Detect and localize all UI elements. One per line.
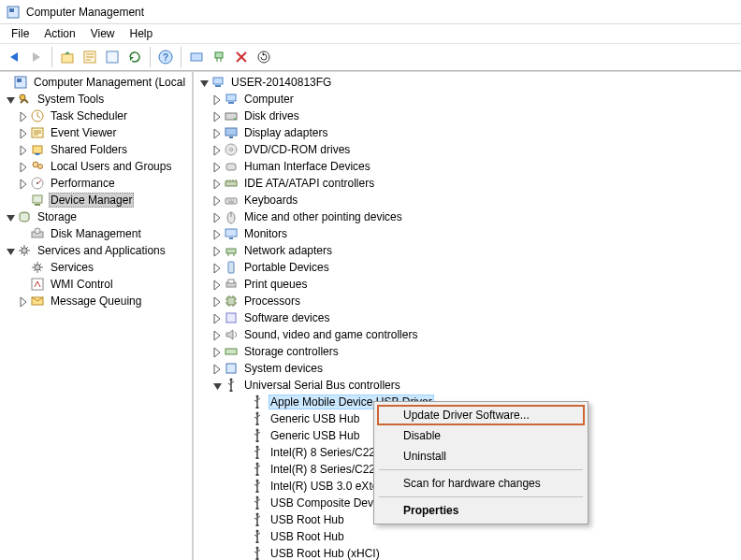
tree-category-print[interactable]: Print queues: [194, 276, 741, 293]
tree-device-usb-root-hub[interactable]: USB Root Hub: [194, 528, 741, 545]
tree-label: Human Interface Devices: [242, 160, 372, 173]
expand-caret-icon[interactable]: [211, 278, 224, 291]
tree-category-net[interactable]: Network adapters: [194, 242, 741, 259]
tree-label: Task Scheduler: [49, 109, 129, 122]
tree-task-scheduler[interactable]: Task Scheduler: [0, 108, 192, 124]
update-driver-button[interactable]: [254, 47, 274, 67]
usb-icon: [250, 411, 265, 426]
expand-caret-icon[interactable]: [211, 160, 224, 173]
expand-caret-icon[interactable]: [211, 194, 224, 207]
tree-category-disk-drives[interactable]: Disk drives: [194, 108, 741, 124]
tree-category-portable[interactable]: Portable Devices: [194, 259, 741, 276]
device-tree[interactable]: USER-20140813FG Computer Disk drives Dis…: [194, 72, 741, 560]
expand-caret-icon[interactable]: [211, 210, 224, 223]
console-tree[interactable]: Computer Management (Local System Tools …: [0, 72, 194, 560]
tree-category-display[interactable]: Display adapters: [194, 124, 741, 141]
tree-category-ide[interactable]: IDE ATA/ATAPI controllers: [194, 175, 741, 192]
tree-storage[interactable]: Storage: [0, 208, 192, 225]
ctx-scan[interactable]: Scan for hardware changes: [377, 473, 585, 494]
tree-wmi[interactable]: WMI Control: [0, 276, 192, 293]
ctx-disable[interactable]: Disable: [377, 425, 585, 446]
tree-label: Portable Devices: [242, 261, 331, 274]
expand-caret-icon[interactable]: [211, 93, 224, 106]
refresh-button[interactable]: [124, 47, 145, 67]
usb-icon: [250, 395, 265, 409]
tree-category-system-devices[interactable]: System devices: [194, 360, 741, 377]
tree-category-computer[interactable]: Computer: [194, 91, 741, 108]
expand-caret-icon[interactable]: [211, 244, 224, 257]
help-button[interactable]: [155, 47, 176, 67]
tree-label: Processors: [242, 294, 302, 308]
scan-hardware-button[interactable]: [209, 47, 229, 67]
net-icon: [224, 243, 239, 258]
expand-caret-icon[interactable]: [211, 261, 224, 274]
show-hide-tree-button[interactable]: [80, 47, 100, 67]
tree-category-storage-ctrl[interactable]: Storage controllers: [194, 343, 741, 360]
view-devices-button[interactable]: [186, 47, 207, 67]
forward-button[interactable]: [26, 47, 47, 67]
tree-category-software[interactable]: Software devices: [194, 309, 741, 326]
expand-caret-icon[interactable]: [211, 311, 224, 324]
tree-root[interactable]: Computer Management (Local: [0, 74, 192, 91]
tree-local-users[interactable]: Local Users and Groups: [0, 158, 192, 175]
expand-caret-icon[interactable]: [211, 328, 224, 341]
tree-category-hid[interactable]: Human Interface Devices: [194, 158, 741, 175]
tree-label: Storage controllers: [242, 345, 341, 358]
expand-caret-icon[interactable]: [4, 93, 17, 106]
tree-performance[interactable]: Performance: [0, 175, 192, 192]
ctx-properties[interactable]: Properties: [377, 500, 585, 521]
tree-device-manager[interactable]: Device Manager: [0, 192, 192, 208]
tree-label: Software devices: [242, 311, 331, 324]
tree-system-tools[interactable]: System Tools: [0, 91, 192, 108]
expand-caret-icon[interactable]: [17, 160, 30, 173]
ctx-uninstall[interactable]: Uninstall: [377, 446, 585, 467]
expand-caret-icon[interactable]: [211, 362, 224, 375]
uninstall-button[interactable]: [231, 47, 252, 67]
portable-icon: [224, 260, 239, 275]
tree-computer-root[interactable]: USER-20140813FG: [194, 74, 741, 91]
expand-caret-icon[interactable]: [211, 177, 224, 190]
expand-caret-icon[interactable]: [211, 143, 224, 156]
tree-device-usb-root-hub-xhci[interactable]: USB Root Hub (xHCI): [194, 545, 741, 560]
menu-help[interactable]: Help: [123, 25, 161, 42]
properties-button[interactable]: [102, 47, 123, 67]
menu-action[interactable]: Action: [36, 25, 82, 42]
tree-category-usb[interactable]: Universal Serial Bus controllers: [194, 377, 741, 394]
expand-caret-icon[interactable]: [197, 76, 211, 89]
expand-caret-icon[interactable]: [17, 294, 30, 308]
tree-event-viewer[interactable]: Event Viewer: [0, 124, 192, 141]
ctx-update-driver[interactable]: Update Driver Software...: [377, 405, 585, 425]
tree-category-dvd[interactable]: DVD/CD-ROM drives: [194, 141, 741, 158]
tree-category-processors[interactable]: Processors: [194, 293, 741, 309]
expand-caret-icon[interactable]: [4, 210, 17, 223]
expand-caret-icon[interactable]: [4, 244, 17, 257]
tree-label: Message Queuing: [49, 294, 143, 308]
tree-services-apps[interactable]: Services and Applications: [0, 242, 192, 259]
expand-caret-icon[interactable]: [211, 126, 224, 139]
tree-category-sound[interactable]: Sound, video and game controllers: [194, 326, 741, 343]
software-icon: [224, 310, 239, 325]
expand-caret-icon[interactable]: [211, 109, 224, 122]
tree-category-mice[interactable]: Mice and other pointing devices: [194, 208, 741, 225]
tree-category-keyboards[interactable]: Keyboards: [194, 192, 741, 208]
menu-view[interactable]: View: [83, 25, 123, 42]
tree-category-monitors[interactable]: Monitors: [194, 225, 741, 242]
tree-disk-management[interactable]: Disk Management: [0, 225, 192, 242]
expand-caret-icon[interactable]: [17, 109, 30, 122]
expand-caret-icon[interactable]: [211, 379, 224, 392]
menu-file[interactable]: File: [4, 25, 36, 42]
tree-shared-folders[interactable]: Shared Folders: [0, 141, 192, 158]
tree-label: Display adapters: [242, 126, 329, 139]
expand-caret-icon[interactable]: [17, 177, 30, 190]
expand-caret-icon[interactable]: [211, 227, 224, 240]
expand-caret-icon[interactable]: [211, 294, 224, 308]
expand-caret-icon[interactable]: [211, 345, 224, 358]
expand-caret-icon[interactable]: [17, 143, 30, 156]
expand-caret-icon[interactable]: [17, 126, 30, 139]
device-icon: [30, 193, 45, 208]
up-button[interactable]: [57, 47, 78, 67]
back-button[interactable]: [4, 47, 24, 67]
tree-message-queuing[interactable]: Message Queuing: [0, 293, 192, 309]
body: Computer Management (Local System Tools …: [0, 71, 741, 560]
tree-services[interactable]: Services: [0, 259, 192, 276]
